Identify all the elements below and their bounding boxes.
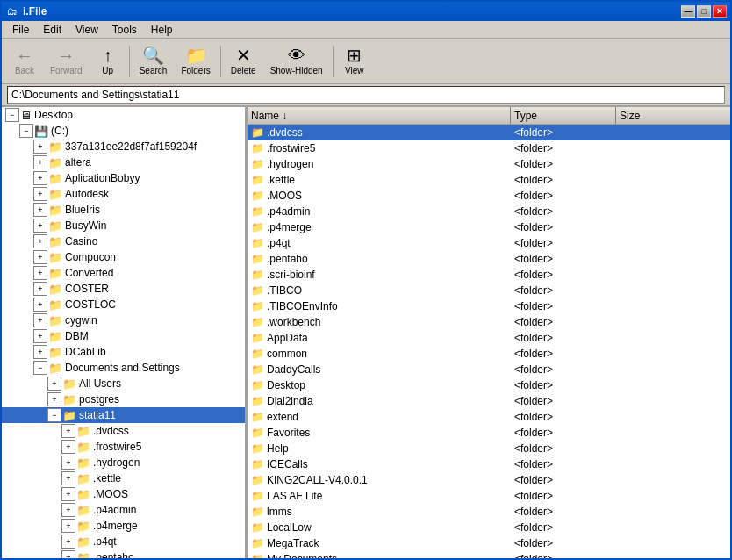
file-row[interactable]: 📁Desktop<folder> — [248, 377, 730, 393]
tree-expander-cygwin[interactable]: + — [33, 313, 47, 327]
file-row[interactable]: 📁.kettle<folder> — [248, 172, 730, 188]
tree-node-dbm[interactable]: +📁DBM — [2, 328, 245, 344]
file-row[interactable]: 📁AppData<folder> — [248, 330, 730, 346]
tree-node-casino[interactable]: +📁Casino — [2, 233, 245, 249]
tree-expander-all-users[interactable]: + — [47, 377, 61, 391]
menu-item-edit[interactable]: Edit — [36, 22, 68, 38]
tree-expander-p4merge[interactable]: + — [61, 519, 75, 533]
col-header-name[interactable]: Name ↓ — [248, 107, 511, 124]
tree-expander-moos[interactable]: + — [61, 487, 75, 501]
tree-node-busywin[interactable]: +📁BusyWin — [2, 218, 245, 233]
tree-expander-busywin[interactable]: + — [33, 219, 47, 233]
tree-node-dvdcss[interactable]: +📁.dvdcss — [2, 423, 245, 439]
up-button[interactable]: ↑Up — [90, 42, 126, 81]
tree-expander-p4admin[interactable]: + — [61, 503, 75, 517]
tree-expander-statia11[interactable]: − — [47, 408, 61, 422]
tree-node-kettle[interactable]: +📁.kettle — [2, 470, 245, 486]
tree-expander-converted[interactable]: + — [33, 266, 47, 280]
file-pane[interactable]: Name ↓ Type Size 📁.dvdcss<folder>📁.frost… — [248, 107, 730, 560]
tree-node-postgres[interactable]: +📁postgres — [2, 391, 245, 407]
menu-item-help[interactable]: Help — [144, 22, 180, 38]
tree-expander-p4qt[interactable]: + — [61, 535, 75, 549]
tree-node-cygwin[interactable]: +📁cygwin — [2, 312, 245, 328]
file-row[interactable]: 📁.MOOS<folder> — [248, 188, 730, 204]
file-row[interactable]: 📁LocalLow<folder> — [248, 520, 730, 535]
address-input[interactable] — [7, 86, 725, 104]
file-row[interactable]: 📁MegaTrack<folder> — [248, 535, 730, 551]
tree-expander-costloc[interactable]: + — [33, 298, 47, 312]
tree-expander-compucon[interactable]: + — [33, 250, 47, 264]
minimize-button[interactable]: — — [681, 5, 695, 18]
file-row[interactable]: 📁lmms<folder> — [248, 504, 730, 520]
tree-expander-docs-settings[interactable]: − — [33, 361, 47, 375]
file-row[interactable]: 📁Dial2india<folder> — [248, 393, 730, 409]
tree-node-p4admin[interactable]: +📁.p4admin — [2, 502, 245, 518]
file-row[interactable]: 📁Favorites<folder> — [248, 425, 730, 441]
tree-expander-postgres[interactable]: + — [47, 392, 61, 406]
tree-node-costloc[interactable]: +📁COSTLOC — [2, 297, 245, 312]
tree-node-desktop[interactable]: −🖥Desktop — [2, 107, 245, 123]
tree-expander-pentaho[interactable]: + — [61, 550, 75, 560]
file-row[interactable]: 📁.pentaho<folder> — [248, 251, 730, 267]
file-row[interactable]: 📁.scri-bioinf<folder> — [248, 267, 730, 283]
tree-node-moos[interactable]: +📁.MOOS — [2, 486, 245, 502]
search-button[interactable]: 🔍Search — [133, 42, 174, 81]
tree-expander-dvdcss[interactable]: + — [61, 424, 75, 438]
tree-expander-c-drive[interactable]: − — [19, 124, 33, 138]
file-row[interactable]: 📁Help<folder> — [248, 441, 730, 456]
menu-item-view[interactable]: View — [68, 22, 105, 38]
tree-node-frostwire5[interactable]: +📁.frostwire5 — [2, 439, 245, 455]
maximize-button[interactable]: □ — [697, 5, 711, 18]
tree-expander-frostwire5[interactable]: + — [61, 440, 75, 454]
tree-node-compucon[interactable]: +📁Compucon — [2, 249, 245, 265]
tree-node-docs-settings[interactable]: −📁Documents and Settings — [2, 360, 245, 376]
col-header-type[interactable]: Type — [511, 107, 616, 124]
tree-node-pentaho[interactable]: +📁.pentaho — [2, 549, 245, 560]
close-button[interactable]: ✕ — [713, 5, 727, 18]
file-row[interactable]: 📁common<folder> — [248, 346, 730, 362]
tree-expander-blueiris[interactable]: + — [33, 203, 47, 217]
file-row[interactable]: 📁.dvdcss<folder> — [248, 125, 730, 140]
tree-node-altera[interactable]: +📁altera — [2, 154, 245, 170]
file-row[interactable]: 📁extend<folder> — [248, 409, 730, 425]
tree-expander-kettle[interactable]: + — [61, 471, 75, 485]
file-row[interactable]: 📁My Documents<folder> — [248, 551, 730, 560]
delete-button[interactable]: ✕Delete — [225, 42, 262, 81]
tree-expander-autodesk[interactable]: + — [33, 187, 47, 201]
file-row[interactable]: 📁ICECalls<folder> — [248, 456, 730, 472]
tree-expander-casino[interactable]: + — [33, 234, 47, 248]
file-row[interactable]: 📁LAS AF Lite<folder> — [248, 488, 730, 504]
tree-node-dcablib[interactable]: +📁DCabLib — [2, 344, 245, 360]
tree-expander-dbm[interactable]: + — [33, 329, 47, 343]
tree-node-337a131[interactable]: +📁337a131ee22d8f7af159204f — [2, 139, 245, 154]
tree-expander-altera[interactable]: + — [33, 155, 47, 169]
tree-node-p4merge[interactable]: +📁.p4merge — [2, 518, 245, 534]
file-row[interactable]: 📁.p4qt<folder> — [248, 235, 730, 251]
tree-node-statia11[interactable]: −📁statia11 — [2, 407, 245, 423]
file-row[interactable]: 📁.frostwire5<folder> — [248, 140, 730, 156]
tree-node-aplicationbobyy[interactable]: +📁AplicationBobyy — [2, 170, 245, 186]
tree-node-autodesk[interactable]: +📁Autodesk — [2, 186, 245, 202]
file-row[interactable]: 📁.hydrogen<folder> — [248, 156, 730, 172]
tree-node-coster[interactable]: +📁COSTER — [2, 281, 245, 297]
tree-node-converted[interactable]: +📁Converted — [2, 265, 245, 281]
menu-item-file[interactable]: File — [5, 22, 36, 38]
tree-expander-aplicationbobyy[interactable]: + — [33, 171, 47, 185]
col-header-size[interactable]: Size — [616, 107, 730, 124]
tree-node-c-drive[interactable]: −💾(C:) — [2, 123, 245, 139]
file-row[interactable]: 📁DaddyCalls<folder> — [248, 362, 730, 377]
tree-node-p4qt[interactable]: +📁.p4qt — [2, 534, 245, 549]
tree-expander-hydrogen[interactable]: + — [61, 456, 75, 470]
tree-pane[interactable]: −🖥Desktop−💾(C:)+📁337a131ee22d8f7af159204… — [2, 107, 248, 560]
tree-node-all-users[interactable]: +📁All Users — [2, 376, 245, 391]
file-row[interactable]: 📁KING2CALL-V4.0.0.1<folder> — [248, 472, 730, 488]
tree-expander-coster[interactable]: + — [33, 282, 47, 296]
show-hidden-button[interactable]: 👁Show-Hidden — [264, 42, 329, 81]
tree-expander-dcablib[interactable]: + — [33, 345, 47, 359]
tree-node-hydrogen[interactable]: +📁.hydrogen — [2, 455, 245, 470]
file-row[interactable]: 📁.p4admin<folder> — [248, 204, 730, 219]
file-row[interactable]: 📁.TIBCOEnvInfo<folder> — [248, 298, 730, 314]
tree-node-blueiris[interactable]: +📁BlueIris — [2, 202, 245, 218]
tree-expander-337a131[interactable]: + — [33, 140, 47, 154]
file-row[interactable]: 📁.TIBCO<folder> — [248, 283, 730, 298]
